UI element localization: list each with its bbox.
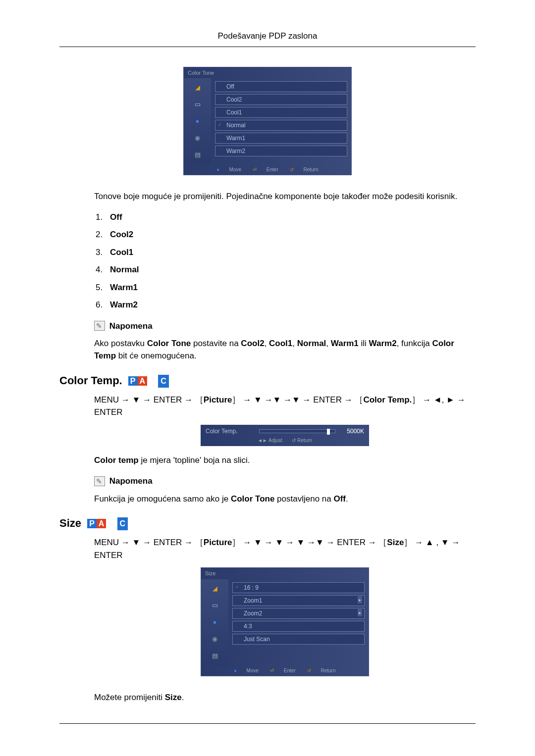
note-text: Funkcija je omogućena samo ako je Color …	[94, 493, 476, 505]
content-block: Tonove boje moguće je promijeniti. Pojed…	[59, 190, 476, 362]
setup-icon: ◉	[210, 634, 220, 645]
list-item: Warm1	[105, 281, 476, 294]
osd-item: 4:3	[232, 621, 365, 632]
section-color-temp: Color Temp. PA C	[59, 372, 476, 389]
list-item: Cool2	[105, 228, 476, 241]
slider-bar	[259, 429, 335, 433]
list-item: Off	[105, 211, 476, 224]
osd-sidebar: ◢ ▭ ● ◉ ▤	[184, 78, 211, 164]
osd-item: Off	[215, 81, 347, 92]
osd-item: Cool1	[215, 107, 347, 118]
osd-sidebar: ◢ ▭ ● ◉ ▤	[201, 579, 228, 665]
osd-list: Off Cool2 Cool1 Normal Warm1 Warm2	[211, 78, 351, 164]
osd-color-tone-menu: Color Tone ◢ ▭ ● ◉ ▤ Off Cool2 Cool1 Nor…	[183, 67, 352, 176]
picture-icon: ◢	[192, 82, 203, 93]
tv-icon: ▭	[192, 99, 203, 110]
nav-path-size: MENU → ▼ → ENTER → ［Picture］ → ▼ → ▼ → ▼…	[94, 536, 476, 561]
osd-list: 16 : 9 Zoom1▸ Zoom2▸ 4:3 Just Scan	[228, 579, 369, 665]
pa-badge: PA	[86, 517, 107, 530]
page-header: Podešavanje PDP zaslona	[59, 30, 476, 47]
osd-item: Zoom2▸	[232, 608, 365, 619]
list-item: Cool1	[105, 246, 476, 259]
note-heading: Napomena	[94, 319, 476, 332]
slider-label: Color Temp.	[206, 427, 255, 436]
note-heading: Napomena	[94, 474, 476, 487]
list-item: Warm2	[105, 299, 476, 311]
note-label: Napomena	[109, 476, 153, 486]
pa-badge: PA	[127, 375, 148, 388]
osd-title: Color Tone	[184, 67, 351, 79]
color-tone-list: Off Cool2 Cool1 Normal Warm1 Warm2	[94, 211, 476, 311]
setup-icon: ◉	[192, 133, 203, 144]
osd-item: Warm1	[215, 133, 347, 144]
osd-footer: ♦Move ⏎Enter ↺Return	[184, 164, 351, 175]
note-label: Napomena	[109, 321, 153, 330]
nav-path-colortemp: MENU → ▼ → ENTER → ［Picture］ → ▼ →▼ →▼ →…	[94, 394, 476, 419]
content-block: MENU → ▼ → ENTER → ［Picture］ → ▼ → ▼ → ▼…	[59, 536, 476, 704]
page-header-text: Podešavanje PDP zaslona	[218, 31, 318, 41]
osd-footer: ♦Move ⏎Enter ↺Return	[201, 665, 369, 676]
osd-item-selected: Normal	[215, 120, 347, 131]
slider-footer: ◄► Adjust ↺ Return	[206, 436, 364, 444]
osd-item: Zoom1▸	[232, 595, 365, 606]
note-icon	[94, 476, 105, 486]
note-icon	[94, 321, 105, 331]
osd-item: Just Scan	[232, 634, 365, 645]
list-item: Normal	[105, 263, 476, 276]
content-block: MENU → ▼ → ENTER → ［Picture］ → ▼ →▼ →▼ →…	[59, 394, 476, 505]
slider-value: 5000K	[339, 427, 364, 436]
arrow-right-icon: ▸	[358, 596, 362, 604]
slider-row: Color Temp. 5000K	[206, 427, 364, 436]
note-text: Ako postavku Color Tone postavite na Coo…	[94, 337, 476, 362]
size-desc: Možete promijeniti Size.	[94, 691, 476, 704]
intro-paragraph: Tonove boje moguće je promijeniti. Pojed…	[94, 190, 476, 203]
osd-item-selected: 16 : 9	[232, 582, 365, 593]
osd-body: ◢ ▭ ● ◉ ▤ 16 : 9 Zoom1▸ Zoom2▸ 4:3 Just …	[201, 579, 369, 665]
sound-icon: ●	[192, 116, 203, 127]
osd-item: Cool2	[215, 94, 347, 105]
bottom-rule	[59, 723, 476, 724]
osd-body: ◢ ▭ ● ◉ ▤ Off Cool2 Cool1 Normal Warm1 W…	[184, 78, 351, 164]
osd-size-menu: Size ◢ ▭ ● ◉ ▤ 16 : 9 Zoom1▸ Zoom2▸ 4:3 …	[201, 567, 369, 676]
c-badge: C	[158, 375, 169, 388]
sound-icon: ●	[210, 617, 220, 628]
osd-title: Size	[201, 568, 369, 579]
input-icon: ▤	[210, 651, 220, 661]
arrow-right-icon: ▸	[358, 609, 362, 616]
osd-colortemp-slider: Color Temp. 5000K ◄► Adjust ↺ Return	[201, 425, 369, 446]
colortemp-desc: Color temp je mjera 'topline' boja na sl…	[94, 454, 476, 467]
picture-icon: ◢	[210, 583, 220, 594]
section-size: Size PA C	[59, 515, 476, 531]
c-badge: C	[117, 517, 128, 530]
tv-icon: ▭	[210, 600, 220, 611]
osd-item: Warm2	[215, 146, 347, 156]
input-icon: ▤	[192, 150, 203, 160]
